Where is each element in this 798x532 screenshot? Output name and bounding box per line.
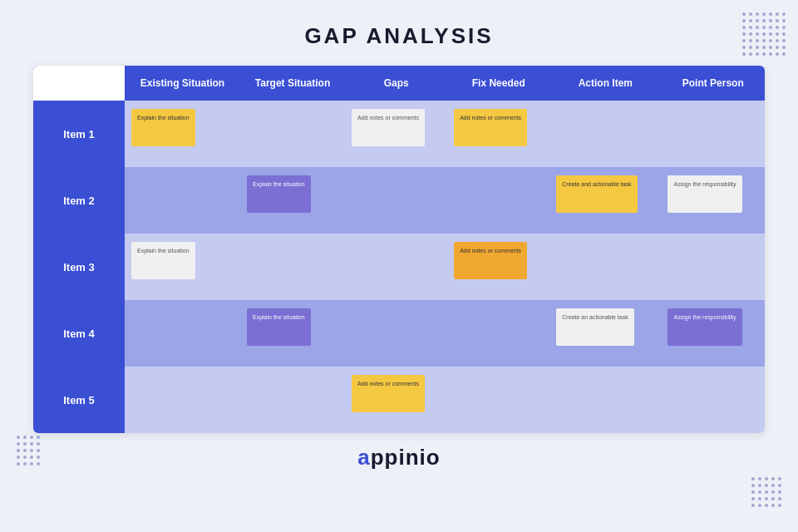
- table-cell: Create an actionable task: [549, 300, 661, 367]
- logo-icon: a: [357, 445, 370, 470]
- table-row: Item 5Add notes or comments: [33, 367, 765, 433]
- table-cell: [125, 367, 240, 433]
- table-cell: [345, 167, 447, 234]
- decorative-dots-bottom-right: [751, 477, 781, 507]
- sticky-note: Explain the situation: [131, 242, 195, 279]
- header-empty: [33, 66, 125, 101]
- header-point-person: Point Person: [661, 66, 765, 101]
- table-header-row: Existing Situation Target Situation Gaps…: [33, 66, 765, 101]
- table-cell: [125, 167, 240, 234]
- sticky-note: Explain the situation: [247, 175, 311, 213]
- table-cell: [240, 367, 345, 433]
- table-row: Item 2Explain the situationCreate and ac…: [33, 167, 765, 234]
- table-cell: [447, 367, 549, 433]
- table-cell: Add notes or comments: [345, 367, 447, 433]
- table-cell: Add notes or comments: [345, 101, 447, 167]
- table-cell: [345, 234, 447, 300]
- table-row: Item 1Explain the situationAdd notes or …: [33, 101, 765, 167]
- table-cell: [447, 300, 549, 367]
- table-cell: [240, 234, 345, 300]
- table-row: Item 3Explain the situationAdd notes or …: [33, 234, 765, 300]
- header-gaps: Gaps: [345, 66, 447, 101]
- row-label: Item 3: [33, 234, 125, 300]
- table-cell: [240, 101, 345, 167]
- table-cell: [661, 234, 765, 300]
- header-fix-needed: Fix Needed: [447, 66, 549, 101]
- table-cell: [549, 101, 661, 167]
- table-cell: Explain the situation: [240, 167, 345, 234]
- table-cell: [125, 300, 240, 367]
- logo: appinio: [0, 445, 798, 470]
- row-label: Item 2: [33, 167, 125, 234]
- table-cell: Add notes or comments: [447, 101, 549, 167]
- table-cell: Assign the responsibility: [661, 300, 765, 367]
- table-row: Item 4Explain the situationCreate an act…: [33, 300, 765, 367]
- logo-text: ppinio: [371, 445, 441, 470]
- table-cell: Add notes or comments: [447, 234, 549, 300]
- header-target-situation: Target Situation: [240, 66, 345, 101]
- decorative-dots-top-right: [742, 12, 786, 56]
- decorative-dots-bottom-left: [17, 436, 40, 466]
- sticky-note: Assign the responsibility: [667, 175, 741, 213]
- table-cell: [661, 367, 765, 433]
- header-existing-situation: Existing Situation: [125, 66, 240, 101]
- table-cell: Explain the situation: [125, 234, 240, 300]
- gap-analysis-table: Existing Situation Target Situation Gaps…: [33, 66, 765, 433]
- table-cell: [549, 234, 661, 300]
- sticky-note: Add notes or comments: [352, 109, 425, 146]
- header-action-item: Action Item: [549, 66, 661, 101]
- row-label: Item 1: [33, 101, 125, 167]
- table-cell: Assign the responsibility: [661, 167, 765, 234]
- page-title: GAP ANALYSIS: [0, 0, 798, 66]
- table-cell: Create and actionable task: [549, 167, 661, 234]
- sticky-note: Add notes or comments: [454, 242, 527, 279]
- table-cell: Explain the situation: [240, 300, 345, 367]
- sticky-note: Explain the situation: [247, 308, 311, 346]
- table-cell: [661, 101, 765, 167]
- sticky-note: Create an actionable task: [556, 308, 633, 346]
- sticky-note: Create and actionable task: [556, 175, 637, 213]
- sticky-note: Add notes or comments: [454, 109, 527, 146]
- table-cell: [345, 300, 447, 367]
- row-label: Item 4: [33, 300, 125, 367]
- table-cell: [447, 167, 549, 234]
- table-cell: Explain the situation: [125, 101, 240, 167]
- sticky-note: Explain the situation: [131, 109, 195, 146]
- row-label: Item 5: [33, 367, 125, 433]
- sticky-note: Add notes or comments: [352, 375, 425, 412]
- table-cell: [549, 367, 661, 433]
- sticky-note: Assign the responsibility: [667, 308, 741, 346]
